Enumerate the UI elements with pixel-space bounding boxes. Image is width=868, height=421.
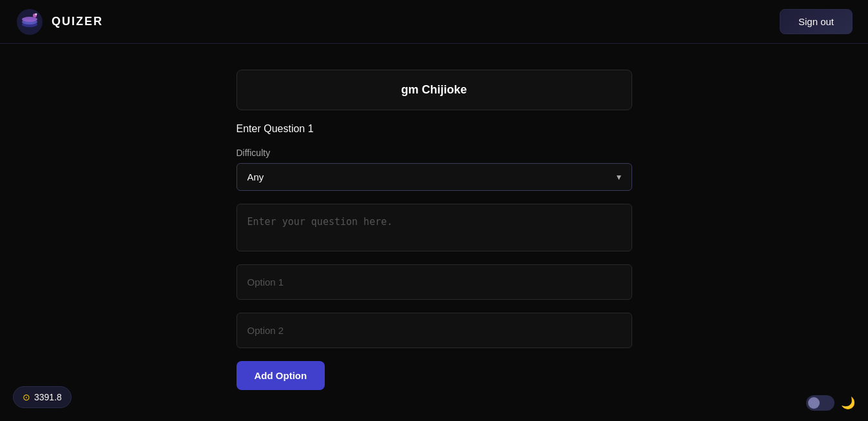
logo-icon <box>15 8 44 36</box>
difficulty-label: Difficulty <box>236 148 632 158</box>
question-input[interactable] <box>236 204 632 251</box>
add-option-button[interactable]: Add Option <box>236 361 325 390</box>
difficulty-section: Difficulty Any Easy Medium Hard ▼ <box>236 148 632 191</box>
toggle-knob <box>808 397 820 409</box>
form-container: gm Chijioke Enter Question 1 Difficulty … <box>236 70 632 390</box>
moon-icon: 🌙 <box>841 396 855 410</box>
balance-badge: ⊙ 3391.8 <box>13 386 72 408</box>
bottom-right-controls: 🌙 <box>806 395 855 411</box>
app-header: QUIZER Sign out <box>0 0 868 44</box>
difficulty-select-wrapper: Any Easy Medium Hard ▼ <box>236 163 632 191</box>
svg-point-3 <box>22 17 37 22</box>
logo-text: QUIZER <box>52 15 103 28</box>
svg-point-5 <box>35 13 37 15</box>
main-content: gm Chijioke Enter Question 1 Difficulty … <box>0 44 868 416</box>
dark-mode-toggle[interactable] <box>806 395 834 411</box>
section-label: Enter Question 1 <box>236 123 632 135</box>
option2-input[interactable] <box>236 313 632 348</box>
greeting-box: gm Chijioke <box>236 70 632 110</box>
sign-out-button[interactable]: Sign out <box>780 9 853 34</box>
logo-area: QUIZER <box>15 8 103 36</box>
option1-input[interactable] <box>236 264 632 300</box>
balance-icon: ⊙ <box>23 392 30 402</box>
balance-value: 3391.8 <box>34 392 62 402</box>
difficulty-select[interactable]: Any Easy Medium Hard <box>236 163 632 191</box>
